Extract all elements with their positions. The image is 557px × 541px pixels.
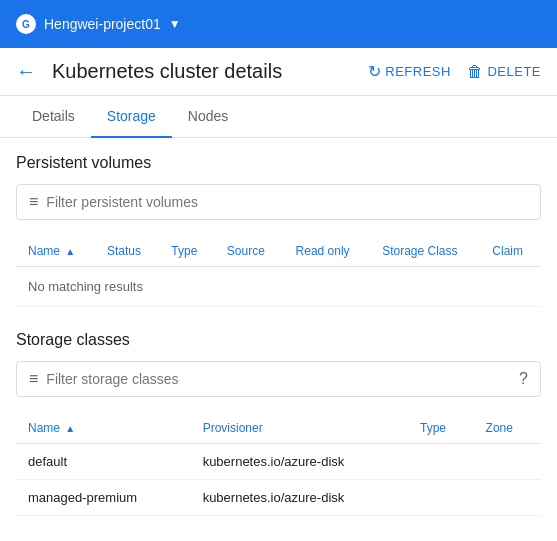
sc-col-name[interactable]: Name ▲ (16, 413, 191, 444)
refresh-label: REFRESH (385, 64, 451, 79)
page-header: ← Kubernetes cluster details ↻ REFRESH 🗑… (0, 48, 557, 96)
sc-col-provisioner[interactable]: Provisioner (191, 413, 408, 444)
persistent-volumes-filter-input[interactable] (46, 194, 528, 210)
refresh-icon: ↻ (368, 62, 382, 81)
top-bar: G Hengwei-project01 ▼ (0, 0, 557, 48)
storage-classes-section: Storage classes ≡ ? Name ▲ Provisioner T… (16, 331, 541, 516)
sc-col-type[interactable]: Type (408, 413, 474, 444)
persistent-volumes-title: Persistent volumes (16, 154, 541, 172)
no-results-text: No matching results (16, 267, 541, 307)
delete-button[interactable]: 🗑 DELETE (467, 63, 541, 81)
sc-provisioner: kubernetes.io/azure-disk (191, 444, 408, 480)
project-name: Hengwei-project01 (44, 16, 161, 32)
storage-class-row: managed-premium kubernetes.io/azure-disk (16, 480, 541, 516)
sc-sort-icon: ▲ (65, 423, 75, 434)
tabs: Details Storage Nodes (0, 96, 557, 138)
sc-name: managed-premium (16, 480, 191, 516)
col-readonly[interactable]: Read only (284, 236, 371, 267)
storage-classes-title: Storage classes (16, 331, 541, 349)
sc-name: default (16, 444, 191, 480)
col-storage-class[interactable]: Storage Class (370, 236, 480, 267)
sc-type (408, 480, 474, 516)
storage-classes-header-row: Name ▲ Provisioner Type Zone (16, 413, 541, 444)
persistent-volumes-table: Name ▲ Status Type Source Read only Stor… (16, 236, 541, 307)
col-source[interactable]: Source (215, 236, 284, 267)
content: Persistent volumes ≡ Name ▲ Status Type … (0, 138, 557, 541)
storage-classes-table: Name ▲ Provisioner Type Zone default kub… (16, 413, 541, 516)
storage-classes-table-container: Name ▲ Provisioner Type Zone default kub… (16, 413, 541, 516)
filter-icon: ≡ (29, 193, 38, 211)
col-name[interactable]: Name ▲ (16, 236, 95, 267)
sc-col-zone[interactable]: Zone (474, 413, 541, 444)
help-icon[interactable]: ? (519, 370, 528, 388)
storage-classes-filter-input[interactable] (46, 371, 511, 387)
persistent-volumes-section: Persistent volumes ≡ Name ▲ Status Type … (16, 154, 541, 307)
storage-class-row: default kubernetes.io/azure-disk (16, 444, 541, 480)
persistent-volumes-header-row: Name ▲ Status Type Source Read only Stor… (16, 236, 541, 267)
delete-label: DELETE (487, 64, 541, 79)
tab-nodes[interactable]: Nodes (172, 96, 244, 138)
back-button[interactable]: ← (16, 60, 36, 83)
no-results-row: No matching results (16, 267, 541, 307)
persistent-volumes-table-container: Name ▲ Status Type Source Read only Stor… (16, 236, 541, 307)
persistent-volumes-filter-bar: ≡ (16, 184, 541, 220)
sc-provisioner: kubernetes.io/azure-disk (191, 480, 408, 516)
header-actions: ↻ REFRESH 🗑 DELETE (368, 62, 541, 81)
delete-icon: 🗑 (467, 63, 484, 81)
sc-type (408, 444, 474, 480)
project-logo: G (16, 14, 36, 34)
col-status[interactable]: Status (95, 236, 159, 267)
refresh-button[interactable]: ↻ REFRESH (368, 62, 451, 81)
page-title: Kubernetes cluster details (52, 60, 352, 83)
project-dropdown-chevron[interactable]: ▼ (169, 17, 181, 31)
sc-zone (474, 480, 541, 516)
tab-storage[interactable]: Storage (91, 96, 172, 138)
storage-classes-filter-bar: ≡ ? (16, 361, 541, 397)
sc-zone (474, 444, 541, 480)
sort-icon: ▲ (65, 246, 75, 257)
col-type[interactable]: Type (159, 236, 214, 267)
filter-icon-2: ≡ (29, 370, 38, 388)
tab-details[interactable]: Details (16, 96, 91, 138)
col-claim[interactable]: Claim (480, 236, 541, 267)
